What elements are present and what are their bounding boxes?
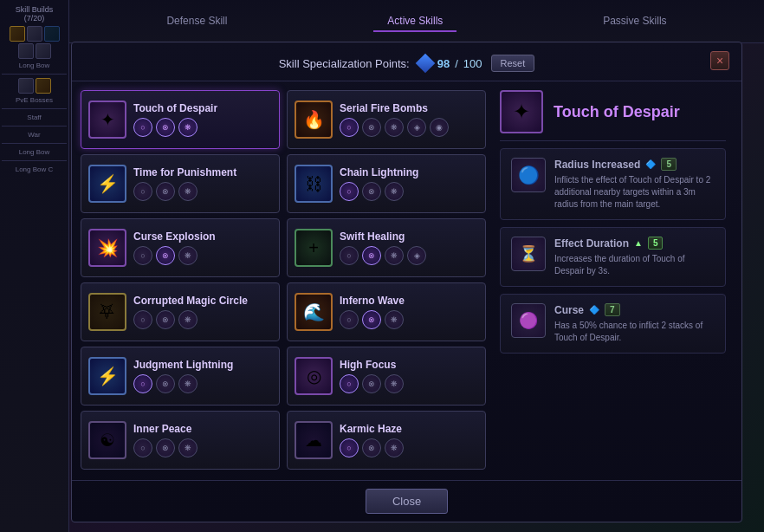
- skill-card-inner-peace[interactable]: ☯ Inner Peace ○ ⊗ ❋: [81, 411, 280, 470]
- sidebar-icons-2: [18, 78, 51, 94]
- skill-runes: ○ ⊗ ❋: [133, 438, 197, 457]
- skill-name-time-for-punishment: Time for Punishment: [133, 166, 236, 178]
- detail-card-desc-duration: Increases the duration of Touch of Despa…: [554, 253, 715, 277]
- skill-card-karmic-haze[interactable]: ☁ Karmic Haze ○ ⊗ ❋: [287, 411, 486, 470]
- sidebar-icon[interactable]: [27, 26, 42, 42]
- detail-card-content-radius: Radius Increased 🔷 5 Inflicts the effect…: [554, 158, 715, 211]
- detail-card-icon-curse: 🟣: [511, 303, 546, 338]
- rune[interactable]: ○: [340, 310, 359, 329]
- tab-defense-skill[interactable]: Defense Skill: [152, 11, 241, 32]
- rune[interactable]: ❋: [178, 118, 197, 137]
- rune[interactable]: ◉: [430, 118, 449, 137]
- rune[interactable]: ❋: [385, 310, 404, 329]
- rune[interactable]: ❋: [178, 438, 197, 457]
- detail-card-radius: 🔵 Radius Increased 🔷 5 Inflicts the effe…: [500, 148, 726, 220]
- rune[interactable]: ❋: [178, 310, 197, 329]
- rune[interactable]: ❋: [385, 438, 404, 457]
- rune[interactable]: ⊗: [156, 118, 175, 137]
- rune[interactable]: ○: [340, 118, 359, 137]
- detail-card-content-curse: Curse 🔷 7 Has a 50% chance to inflict 2 …: [554, 303, 715, 344]
- skill-card-chain-lightning[interactable]: ⛓ Chain Lightning ○ ⊗ ❋: [287, 154, 486, 213]
- modal-title: Skill Specialization Points:: [279, 57, 410, 70]
- rune[interactable]: ❋: [178, 374, 197, 393]
- rune[interactable]: ○: [133, 438, 152, 457]
- skill-card-swift-healing[interactable]: + Swift Healing ○ ⊗ ❋ ◈: [287, 218, 486, 277]
- rune[interactable]: ❋: [178, 246, 197, 265]
- sidebar-icon[interactable]: [36, 43, 51, 59]
- skill-card-time-for-punishment[interactable]: ⚡ Time for Punishment ○ ⊗ ❋: [81, 154, 280, 213]
- rune[interactable]: ❋: [385, 246, 404, 265]
- rune[interactable]: ○: [340, 374, 359, 393]
- rune[interactable]: ○: [133, 118, 152, 137]
- modal-close-button[interactable]: ×: [710, 51, 729, 70]
- skill-glyph: ⚡: [97, 366, 119, 386]
- skill-card-touch-of-despair[interactable]: ✦ Touch of Despair ○ ⊗ ❋: [81, 90, 280, 149]
- sidebar-icon[interactable]: [18, 78, 34, 94]
- skill-runes: ○ ⊗ ❋: [340, 374, 404, 393]
- skill-icon-karmic-haze: ☁: [295, 421, 333, 459]
- skill-info: Corrupted Magic Circle ○ ⊗ ❋: [133, 295, 248, 329]
- rune[interactable]: ⊗: [362, 310, 381, 329]
- skill-card-corrupted-magic-circle[interactable]: ⛧ Corrupted Magic Circle ○ ⊗ ❋: [81, 282, 280, 341]
- sidebar-icon[interactable]: [10, 26, 25, 42]
- rune[interactable]: ◈: [407, 118, 426, 137]
- rune[interactable]: ❋: [385, 118, 404, 137]
- curse-diamond-icon: 🔷: [589, 305, 599, 315]
- rune[interactable]: ○: [133, 182, 152, 201]
- rune[interactable]: ⊗: [362, 118, 381, 137]
- rune[interactable]: ⊗: [156, 374, 175, 393]
- detail-card-icon-radius: 🔵: [511, 158, 546, 192]
- detail-badge-curse: 7: [605, 303, 620, 316]
- rune[interactable]: ❋: [178, 182, 197, 201]
- rune[interactable]: ○: [340, 182, 359, 201]
- skill-card-high-focus[interactable]: ◎ High Focus ○ ⊗ ❋: [287, 347, 486, 405]
- rune[interactable]: ❋: [385, 374, 404, 393]
- skill-glyph: ☯: [100, 430, 115, 451]
- skill-card-serial-fire-bombs[interactable]: 🔥 Serial Fire Bombs ○ ⊗ ❋ ◈ ◉: [287, 90, 486, 149]
- rune[interactable]: ⊗: [362, 182, 381, 201]
- rune[interactable]: ⊗: [362, 246, 381, 265]
- rune[interactable]: ⊗: [156, 182, 175, 201]
- rune[interactable]: ⊗: [362, 374, 381, 393]
- skill-runes: ○ ⊗ ❋: [340, 438, 404, 457]
- skill-info: Karmic Haze ○ ⊗ ❋: [340, 423, 404, 457]
- sidebar-icon[interactable]: [36, 78, 51, 94]
- tab-active-skills[interactable]: Active Skills: [373, 11, 456, 32]
- top-nav: Defense Skill Active Skills Passive Skil…: [69, 0, 764, 43]
- rune[interactable]: ◈: [407, 246, 426, 265]
- modal-footer-close-button[interactable]: Close: [366, 489, 448, 514]
- detail-card-content-duration: Effect Duration ▲ 5 Increases the durati…: [554, 237, 715, 277]
- skill-name-high-focus: High Focus: [340, 359, 404, 371]
- skill-name-judgment-lightning: Judgment Lightning: [133, 359, 233, 371]
- radius-icon: 🔵: [518, 165, 540, 185]
- rune[interactable]: ❋: [385, 182, 404, 201]
- tab-passive-skills[interactable]: Passive Skills: [589, 11, 680, 32]
- rune[interactable]: ○: [340, 438, 359, 457]
- sidebar-section-label: Long Bow: [17, 61, 52, 70]
- rune[interactable]: ○: [340, 246, 359, 265]
- rune[interactable]: ○: [133, 374, 152, 393]
- rune[interactable]: ○: [133, 246, 152, 265]
- detail-card-duration: ⏳ Effect Duration ▲ 5 Increases the dura…: [500, 227, 726, 287]
- rune[interactable]: ○: [133, 310, 152, 329]
- rune[interactable]: ⊗: [362, 438, 381, 457]
- sidebar-icon[interactable]: [18, 43, 34, 59]
- points-separator: /: [455, 57, 458, 70]
- skill-icon-chain-lightning: ⛓: [295, 165, 333, 203]
- skill-glyph: 🌊: [303, 302, 325, 322]
- reset-button[interactable]: Reset: [491, 55, 535, 72]
- skill-card-inferno-wave[interactable]: 🌊 Inferno Wave ○ ⊗ ❋: [287, 282, 486, 341]
- diamond-icon: [415, 54, 435, 74]
- sidebar-section-label-2: PvE Bosses: [14, 95, 55, 105]
- rune[interactable]: ⊗: [156, 246, 175, 265]
- skill-card-judgment-lightning[interactable]: ⚡ Judgment Lightning ○ ⊗ ❋: [81, 347, 280, 405]
- skill-card-curse-explosion[interactable]: 💥 Curse Explosion ○ ⊗ ❋: [81, 218, 280, 277]
- skill-runes: ○ ⊗ ❋: [133, 182, 236, 201]
- rune[interactable]: ⊗: [156, 310, 175, 329]
- skills-left-column: ✦ Touch of Despair ○ ⊗ ❋ ⚡ Time for: [81, 90, 280, 465]
- modal-header: Skill Specialization Points: 98 / 100 Re…: [72, 42, 741, 81]
- rune[interactable]: ⊗: [156, 438, 175, 457]
- sidebar-section-label-6: Long Bow C: [14, 165, 55, 174]
- detail-card-title-duration: Effect Duration ▲ 5: [554, 237, 715, 250]
- sidebar-icon[interactable]: [44, 26, 60, 42]
